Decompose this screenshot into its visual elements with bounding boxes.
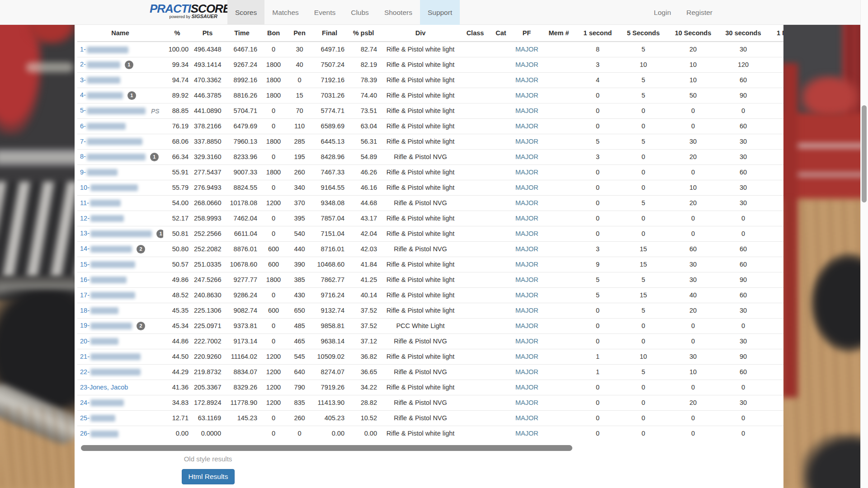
shooter-link[interactable]: 10- xyxy=(80,184,90,191)
shooter-link[interactable]: 15- xyxy=(80,261,90,268)
redacted-name xyxy=(87,169,118,176)
nav-item-matches[interactable]: Matches xyxy=(264,0,307,25)
nav-item-shooters[interactable]: Shooters xyxy=(377,0,420,25)
nav-item-register[interactable]: Register xyxy=(679,0,720,25)
shooter-link[interactable]: 25- xyxy=(80,414,90,422)
power-factor-link[interactable]: MAJOR xyxy=(515,169,538,176)
vertical-scrollbar-thumb[interactable] xyxy=(862,105,867,202)
cell-final: 7919.26 xyxy=(312,380,347,395)
cell-pts: 276.9493 xyxy=(191,180,224,195)
shooter-link[interactable]: 20- xyxy=(80,338,90,345)
shooter-link[interactable]: 17- xyxy=(80,291,90,299)
redacted-name xyxy=(87,61,120,68)
shooter-link[interactable]: 6- xyxy=(80,122,86,130)
shooter-link[interactable]: 19- xyxy=(80,322,90,329)
power-factor-link[interactable]: MAJOR xyxy=(515,276,538,283)
cell-s10: 20 xyxy=(668,303,718,318)
horizontal-scrollbar-thumb[interactable] xyxy=(81,445,572,451)
cell-pct: 48.52 xyxy=(163,287,191,303)
redacted-name xyxy=(87,123,126,130)
power-factor-link[interactable]: MAJOR xyxy=(515,61,538,68)
cell-psbl: 42.03 xyxy=(347,241,380,257)
power-factor-link[interactable]: MAJOR xyxy=(515,399,538,406)
practiscore-logo-text: PRACTISCORE xyxy=(150,3,217,14)
cell-pts: 205.3367 xyxy=(191,380,224,395)
power-factor-link[interactable]: MAJOR xyxy=(515,338,538,345)
shooter-link[interactable]: 22- xyxy=(80,368,90,375)
cell-s5: 5 xyxy=(618,364,668,380)
cell-psbl: 28.82 xyxy=(347,395,380,410)
shooter-link[interactable]: 5- xyxy=(80,107,86,114)
power-factor-link[interactable]: MAJOR xyxy=(515,92,538,99)
shooter-link[interactable]: 13- xyxy=(80,230,90,237)
cell-s5: 10 xyxy=(618,349,668,364)
shooter-link[interactable]: 8- xyxy=(80,153,86,160)
shooter-link[interactable]: 16- xyxy=(80,276,90,283)
cell-mem xyxy=(541,118,577,134)
shooter-link[interactable]: 9- xyxy=(80,169,86,176)
cell-cat xyxy=(489,211,513,226)
cell-psbl: 82.19 xyxy=(347,57,380,72)
shooter-link[interactable]: 11- xyxy=(80,199,89,206)
column-header-s10: 10 Seconds xyxy=(668,25,718,42)
shooter-link[interactable]: 21- xyxy=(80,353,90,360)
power-factor-link[interactable]: MAJOR xyxy=(515,307,538,314)
power-factor-link[interactable]: MAJOR xyxy=(515,291,538,299)
power-factor-link[interactable]: MAJOR xyxy=(515,122,538,130)
shooter-link[interactable]: 4- xyxy=(80,91,86,99)
cell-final: 9132.74 xyxy=(312,303,347,318)
shooter-link[interactable]: 1- xyxy=(80,46,86,53)
shooter-link[interactable]: 12- xyxy=(80,215,90,222)
cell-pen: 540 xyxy=(287,226,312,241)
cell-cls xyxy=(461,364,489,380)
power-factor-link[interactable]: MAJOR xyxy=(515,138,538,145)
nav-item-support[interactable]: Support xyxy=(420,0,460,25)
vertical-scrollbar-track[interactable] xyxy=(860,0,868,488)
cell-cat xyxy=(489,72,513,88)
cell-final: 8716.01 xyxy=(312,241,347,257)
power-factor-link[interactable]: MAJOR xyxy=(515,414,538,422)
power-factor-link[interactable]: MAJOR xyxy=(515,261,538,268)
nav-item-scores[interactable]: Scores xyxy=(227,0,264,25)
html-results-button[interactable]: Html Results xyxy=(182,469,235,484)
shooter-link[interactable]: 18- xyxy=(80,307,90,314)
shooter-link[interactable]: 14- xyxy=(80,245,90,252)
cell-s30: 30 xyxy=(718,42,769,57)
shooter-link[interactable]: 2- xyxy=(80,61,86,68)
cell-cls xyxy=(461,118,489,134)
power-factor-link[interactable]: MAJOR xyxy=(515,184,538,191)
power-factor-link[interactable]: MAJOR xyxy=(515,230,538,237)
cell-pts: 219.8732 xyxy=(191,364,224,380)
cell-pf: MAJOR xyxy=(513,211,541,226)
photo-blob xyxy=(0,182,75,277)
shooter-link[interactable]: 26- xyxy=(80,430,90,437)
cell-m1 xyxy=(769,241,783,257)
nav-item-login[interactable]: Login xyxy=(646,0,679,25)
practiscore-logo[interactable]: PRACTISCORE powered by SIGSAUER xyxy=(150,3,217,19)
cell-pf: MAJOR xyxy=(513,195,541,211)
power-factor-link[interactable]: MAJOR xyxy=(515,353,538,360)
shooter-link[interactable]: 7- xyxy=(80,138,86,145)
power-factor-link[interactable]: MAJOR xyxy=(515,384,538,391)
power-factor-link[interactable]: MAJOR xyxy=(515,215,538,222)
cell-cls xyxy=(461,272,489,287)
cell-final: 9164.55 xyxy=(312,180,347,195)
nav-item-events[interactable]: Events xyxy=(307,0,343,25)
shooter-link[interactable]: 3- xyxy=(80,76,86,84)
power-factor-link[interactable]: MAJOR xyxy=(515,199,538,206)
shooter-link[interactable]: 24- xyxy=(80,399,90,406)
power-factor-link[interactable]: MAJOR xyxy=(515,245,538,253)
power-factor-link[interactable]: MAJOR xyxy=(515,76,538,84)
shooter-link[interactable]: 23-Jones, Jacob xyxy=(80,384,128,391)
nav-item-clubs[interactable]: Clubs xyxy=(343,0,377,25)
power-factor-link[interactable]: MAJOR xyxy=(515,430,538,437)
cell-pct: 12.71 xyxy=(163,410,191,426)
power-factor-link[interactable]: MAJOR xyxy=(515,322,538,329)
power-factor-link[interactable]: MAJOR xyxy=(515,107,538,114)
power-factor-link[interactable]: MAJOR xyxy=(515,368,538,375)
cell-time: 9173.14 xyxy=(224,333,260,349)
cell-s5: 5 xyxy=(618,88,668,103)
power-factor-link[interactable]: MAJOR xyxy=(515,153,538,160)
cell-mem xyxy=(541,134,577,149)
power-factor-link[interactable]: MAJOR xyxy=(515,46,538,53)
